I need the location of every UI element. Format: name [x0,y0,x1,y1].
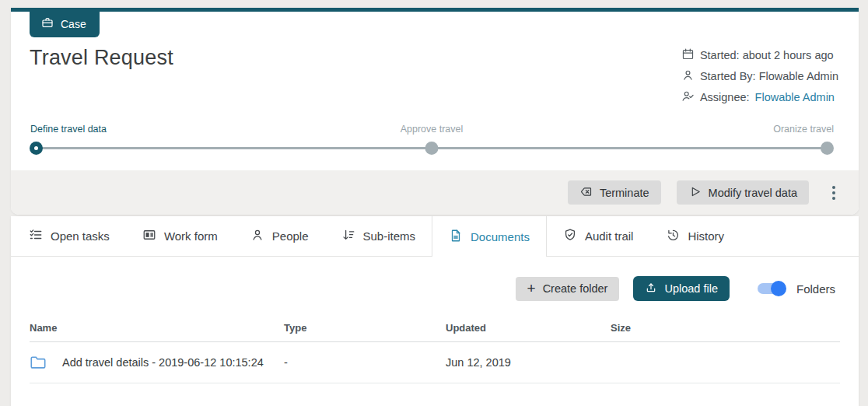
upload-file-button[interactable]: Upload file [633,276,730,301]
tab-open-tasks[interactable]: Open tasks [12,216,126,256]
document-icon [449,229,463,245]
briefcase-icon [41,16,54,31]
terminate-button[interactable]: Terminate [568,180,661,205]
tab-audit-trail[interactable]: Audit trail [547,216,650,256]
sort-icon [341,228,355,244]
case-action-toolbar: Terminate Modify travel data [11,170,859,215]
tab-history-label: History [688,229,724,243]
play-icon [688,185,702,201]
plus-icon: + [527,281,536,296]
case-page: Case Travel Request Started: about 2 hou… [0,0,868,406]
stage-progress: Define travel data Approve travel Oraniz… [11,105,859,155]
create-folder-label: Create folder [543,282,608,295]
meta-started: Started: about 2 hours ago [681,47,838,63]
modify-travel-data-button[interactable]: Modify travel data [677,180,809,205]
upload-file-label: Upload file [664,282,718,295]
milestone-dot-define[interactable] [30,142,43,155]
form-icon [142,228,156,244]
more-actions-kebab-icon[interactable] [826,183,842,203]
checklist-icon [29,228,43,244]
document-name: Add travel details - 2019-06-12 10:15:24 [62,356,264,369]
milestone-label-define: Define travel data [30,124,107,135]
terminate-label: Terminate [600,187,649,199]
tab-open-tasks-label: Open tasks [51,229,110,243]
tab-people-label: People [272,229,309,243]
upload-icon [645,282,657,296]
calendar-icon [681,47,695,63]
milestone-label-approve: Approve travel [401,124,464,135]
tab-work-form[interactable]: Work form [126,216,234,256]
brand-bar [11,8,859,12]
milestone-label-organize: Oranize travel [773,124,834,135]
column-header-size: Size [611,322,840,334]
folders-toggle[interactable] [758,283,785,294]
tab-history[interactable]: History [649,216,740,256]
case-badge-label: Case [61,18,86,30]
document-type: - [284,356,446,369]
page-title: Travel Request [30,46,173,70]
documents-table: Name Type Updated Size Add travel detail… [30,322,840,383]
tab-audit-trail-label: Audit trail [585,229,634,243]
meta-started-by-text: Started By: Flowable Admin [700,70,838,82]
milestone-dot-organize[interactable] [821,142,834,155]
document-updated: Jun 12, 2019 [446,356,611,369]
documents-actions-row: + Create folder Upload file Folders [11,257,859,319]
meta-assignee: Assignee: Flowable Admin [681,89,838,105]
case-tabs-card: Open tasks Work form [11,216,859,406]
case-type-badge: Case [30,12,100,37]
person-icon [250,228,264,244]
tab-people[interactable]: People [234,216,325,256]
column-header-name: Name [30,322,284,334]
case-meta: Started: about 2 hours ago Started By: F… [681,46,838,105]
meta-started-by: Started By: Flowable Admin [681,68,838,84]
tab-documents-label: Documents [471,230,530,243]
create-folder-button[interactable]: + Create folder [516,277,620,301]
history-icon [666,228,680,244]
assignee-link[interactable]: Flowable Admin [755,91,835,103]
meta-started-text: Started: about 2 hours ago [700,49,834,61]
person-icon [681,68,695,84]
tab-sub-items[interactable]: Sub-items [325,216,432,256]
tab-work-form-label: Work form [164,229,218,243]
backspace-icon [579,185,593,201]
case-header-card: Case Travel Request Started: about 2 hou… [11,8,859,215]
table-row[interactable]: Add travel details - 2019-06-12 10:15:24… [30,342,840,383]
folder-icon [30,355,47,370]
tab-bar: Open tasks Work form [11,216,859,257]
column-header-updated: Updated [446,322,611,334]
meta-assignee-label: Assignee: [700,91,750,103]
milestone-dot-approve[interactable] [425,142,439,155]
modify-travel-data-label: Modify travel data [709,187,797,199]
documents-table-header: Name Type Updated Size [30,322,840,342]
person-check-icon [681,89,695,105]
folders-toggle-label: Folders [796,282,835,296]
shield-check-icon [563,228,577,244]
tab-documents[interactable]: Documents [432,216,547,257]
column-header-type: Type [284,322,446,334]
tab-sub-items-label: Sub-items [363,229,416,243]
